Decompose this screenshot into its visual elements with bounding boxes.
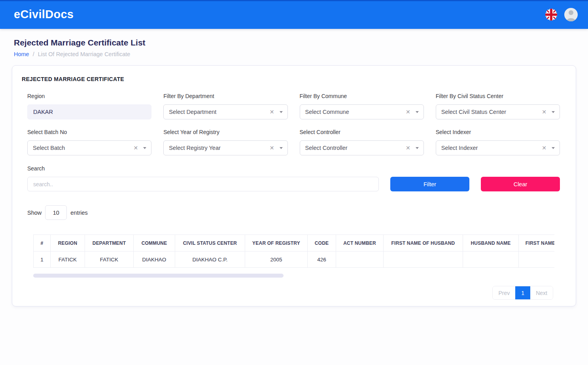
entries-label: entries bbox=[70, 210, 88, 216]
avatar-body-icon bbox=[567, 18, 575, 21]
field-batch: Select Batch No Select Batch ✕ bbox=[27, 129, 151, 155]
pagination: Prev 1 Next bbox=[12, 286, 553, 300]
flag-cross bbox=[545, 13, 557, 16]
col-header-civil-status-center: CIVIL STATUS CENTER bbox=[175, 235, 245, 252]
cell-first-name-of-husband bbox=[384, 252, 463, 268]
department-label: Filter By Department bbox=[163, 93, 287, 99]
col-header-first-name-of-husband: FIRST NAME OF HUSBAND bbox=[384, 235, 463, 252]
col-header-department: DEPARTMENT bbox=[85, 235, 134, 252]
col-header-year-of-registry: YEAR OF REGISTRY bbox=[245, 235, 308, 252]
field-controller: Select Controller Select Controller ✕ bbox=[300, 129, 424, 155]
clear-selection-icon[interactable]: ✕ bbox=[406, 109, 410, 115]
region-input[interactable] bbox=[27, 104, 151, 119]
commune-select[interactable]: Select Commune ✕ bbox=[300, 104, 424, 119]
chevron-down-icon[interactable] bbox=[280, 111, 283, 113]
commune-select-value: Select Commune bbox=[305, 109, 349, 115]
chevron-down-icon[interactable] bbox=[416, 111, 419, 113]
field-registry-year: Select Year of Registry Select Registry … bbox=[163, 129, 287, 155]
controller-label: Select Controller bbox=[300, 129, 424, 135]
pagination-prev-button[interactable]: Prev bbox=[493, 286, 515, 299]
chevron-down-icon[interactable] bbox=[552, 111, 555, 113]
civil-status-center-select-value: Select Civil Status Center bbox=[441, 109, 506, 115]
col-header-act-number: ACT NUMBER bbox=[336, 235, 384, 252]
department-select-value: Select Department bbox=[169, 109, 216, 115]
department-select[interactable]: Select Department ✕ bbox=[163, 104, 287, 119]
search-label: Search bbox=[27, 165, 560, 172]
clear-selection-icon[interactable]: ✕ bbox=[542, 145, 546, 151]
search-input[interactable] bbox=[27, 177, 379, 191]
breadcrumb-current: List Of Rejected Marriage Certificate bbox=[38, 51, 130, 57]
avatar-head-icon bbox=[569, 10, 573, 15]
indexer-select[interactable]: Select Indexer ✕ bbox=[436, 140, 560, 155]
cell-index: 1 bbox=[34, 252, 51, 268]
show-label: Show bbox=[27, 210, 42, 216]
cell-commune: DIAKHAO bbox=[134, 252, 175, 268]
results-table-wrapper: # REGION DEPARTMENT COMMUNE CIVIL STATUS… bbox=[33, 235, 554, 268]
rejected-certificate-card: REJECTED MARRIAGE CERTIFICATE Region Fil… bbox=[12, 65, 576, 306]
pagination-page-1-button[interactable]: 1 bbox=[515, 286, 530, 299]
entries-control: Show entries bbox=[27, 205, 560, 220]
chevron-down-icon[interactable] bbox=[280, 147, 283, 149]
field-civil-status-center: Filter By Civil Status Center Select Civ… bbox=[436, 93, 560, 119]
horizontal-scrollbar-thumb[interactable] bbox=[33, 274, 284, 278]
cell-region: FATICK bbox=[51, 252, 85, 268]
col-header-commune: COMMUNE bbox=[134, 235, 175, 252]
col-header-code: CODE bbox=[308, 235, 336, 252]
registry-year-select-value: Select Registry Year bbox=[169, 145, 221, 151]
col-header-region: REGION bbox=[51, 235, 85, 252]
clear-button[interactable]: Clear bbox=[481, 177, 560, 191]
results-table: # REGION DEPARTMENT COMMUNE CIVIL STATUS… bbox=[33, 235, 554, 268]
chevron-down-icon[interactable] bbox=[143, 147, 146, 149]
field-commune: Filter By Commune Select Commune ✕ bbox=[300, 93, 424, 119]
col-header-first-name: FIRST NAME bbox=[519, 235, 555, 252]
clear-selection-icon[interactable]: ✕ bbox=[542, 109, 546, 115]
cell-department: FATICK bbox=[85, 252, 134, 268]
controller-select-value: Select Controller bbox=[305, 145, 348, 151]
civil-status-center-select[interactable]: Select Civil Status Center ✕ bbox=[436, 104, 560, 119]
indexer-label: Select Indexer bbox=[436, 129, 560, 135]
language-flag-icon[interactable] bbox=[545, 9, 557, 21]
filter-button[interactable]: Filter bbox=[390, 177, 469, 191]
chevron-down-icon[interactable] bbox=[416, 147, 419, 149]
header-actions bbox=[545, 8, 578, 21]
batch-label: Select Batch No bbox=[27, 129, 151, 135]
cell-civil-status-center: DIAKHAO C.P. bbox=[175, 252, 245, 268]
region-label: Region bbox=[27, 93, 151, 99]
civil-status-center-label: Filter By Civil Status Center bbox=[436, 93, 560, 99]
controller-select[interactable]: Select Controller ✕ bbox=[300, 140, 424, 155]
breadcrumb-home-link[interactable]: Home bbox=[14, 51, 29, 57]
chevron-down-icon[interactable] bbox=[552, 147, 555, 149]
batch-select[interactable]: Select Batch ✕ bbox=[27, 140, 151, 155]
cell-act-number bbox=[336, 252, 384, 268]
col-header-husband-name: HUSBAND NAME bbox=[463, 235, 519, 252]
clear-selection-icon[interactable]: ✕ bbox=[270, 109, 274, 115]
field-department: Filter By Department Select Department ✕ bbox=[163, 93, 287, 119]
cell-first-name bbox=[519, 252, 555, 268]
pagination-next-button[interactable]: Next bbox=[530, 286, 553, 299]
batch-select-value: Select Batch bbox=[33, 145, 65, 151]
cell-year-of-registry: 2005 bbox=[245, 252, 308, 268]
cell-husband-name bbox=[463, 252, 519, 268]
breadcrumb-separator: / bbox=[33, 51, 34, 57]
breadcrumb: Home / List Of Rejected Marriage Certifi… bbox=[14, 51, 576, 57]
table-row[interactable]: 1 FATICK FATICK DIAKHAO DIAKHAO C.P. 200… bbox=[34, 252, 555, 268]
commune-label: Filter By Commune bbox=[300, 93, 424, 99]
user-avatar[interactable] bbox=[564, 8, 578, 21]
col-header-index: # bbox=[34, 235, 51, 252]
field-indexer: Select Indexer Select Indexer ✕ bbox=[436, 129, 560, 155]
card-title: REJECTED MARRIAGE CERTIFICATE bbox=[22, 76, 576, 82]
page-content: Rejected Marriage Certificate List Home … bbox=[0, 38, 588, 306]
entries-count-input[interactable] bbox=[45, 205, 67, 220]
registry-year-select[interactable]: Select Registry Year ✕ bbox=[163, 140, 287, 155]
app-header: eCivilDocs bbox=[0, 0, 588, 29]
clear-selection-icon[interactable]: ✕ bbox=[134, 145, 138, 151]
filters-grid: Region Filter By Department Select Depar… bbox=[27, 93, 560, 155]
registry-year-label: Select Year of Registry bbox=[163, 129, 287, 135]
indexer-select-value: Select Indexer bbox=[441, 145, 478, 151]
brand-logo[interactable]: eCivilDocs bbox=[14, 8, 74, 21]
table-header-row: # REGION DEPARTMENT COMMUNE CIVIL STATUS… bbox=[34, 235, 555, 252]
clear-selection-icon[interactable]: ✕ bbox=[406, 145, 410, 151]
clear-selection-icon[interactable]: ✕ bbox=[270, 145, 274, 151]
search-section: Search Filter Clear bbox=[27, 165, 560, 191]
cell-code: 426 bbox=[308, 252, 336, 268]
